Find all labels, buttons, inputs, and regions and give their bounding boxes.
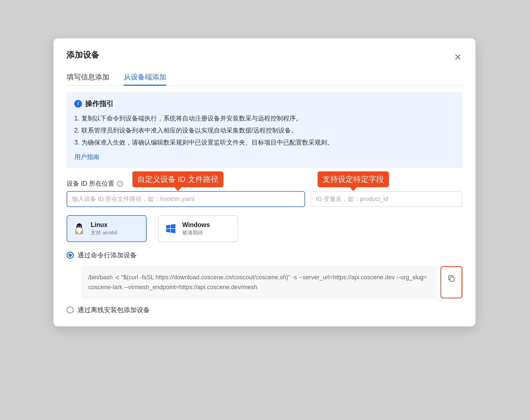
guide-step-2: 2. 联系管理员到设备列表中准入相应的设备以实现自动采集数据/远程控制设备。: [74, 124, 455, 136]
guide-box: i 操作指引 1. 复制以下命令到设备端执行，系统将自动注册设备并安装数采与远程…: [67, 92, 462, 168]
modal-header: 添加设备: [67, 49, 462, 61]
guide-steps: 1. 复制以下命令到设备端执行，系统将自动注册设备并安装数采与远程控制程序。 2…: [74, 112, 455, 148]
copy-button[interactable]: [444, 271, 459, 286]
windows-text: Windows 敬请期待: [182, 221, 210, 236]
radio-offline-label: 通过离线安装包添加设备: [78, 306, 150, 314]
command-block: /bin/bash -c "$(curl -fsSL https://downl…: [81, 266, 437, 298]
guide-title-row: i 操作指引: [74, 99, 455, 108]
radio-cmd-label: 通过命令行添加设备: [78, 251, 137, 260]
radio-row-offline[interactable]: 通过离线安装包添加设备: [67, 306, 462, 314]
device-id-path-input[interactable]: [67, 191, 305, 207]
os-row: Linux 支持 arm64 Windows 敬请期待: [67, 215, 462, 242]
svg-point-6: [80, 226, 80, 226]
close-button[interactable]: [454, 53, 462, 61]
tab-from-device[interactable]: 从设备端添加: [124, 69, 166, 85]
radio-cmd[interactable]: [67, 252, 74, 259]
svg-rect-8: [450, 277, 454, 281]
guide-step-1: 1. 复制以下命令到设备端执行，系统将自动注册设备并安装数采与远程控制程序。: [74, 112, 455, 124]
copy-icon: [448, 275, 455, 282]
linux-sub: 支持 arm64: [91, 229, 117, 236]
copy-highlight: [440, 266, 462, 298]
user-guide-link[interactable]: 用户指南: [74, 153, 99, 161]
input-row: 自定义设备 ID 文件路径 支持设定特定字段: [67, 191, 462, 207]
linux-text: Linux 支持 arm64: [91, 221, 117, 236]
windows-icon: [165, 223, 176, 234]
radio-row-cmd[interactable]: 通过命令行添加设备: [67, 251, 462, 260]
code-row: /bin/bash -c "$(curl -fsSL https://downl…: [81, 266, 462, 298]
linux-name: Linux: [91, 221, 117, 229]
device-id-label-row: 设备 ID 所在位置 ?: [67, 179, 462, 188]
tabs: 填写信息添加 从设备端添加: [67, 69, 462, 86]
os-card-linux[interactable]: Linux 支持 arm64: [67, 215, 147, 242]
guide-title: 操作指引: [85, 99, 114, 108]
help-icon[interactable]: ?: [117, 181, 123, 187]
close-icon: [455, 54, 461, 60]
radio-offline[interactable]: [67, 306, 74, 313]
device-id-var-input[interactable]: [310, 191, 462, 207]
svg-point-5: [78, 226, 78, 226]
tab-manual-entry[interactable]: 填写信息添加: [67, 69, 109, 85]
device-id-label: 设备 ID 所在位置: [67, 179, 114, 188]
add-device-modal: 添加设备 填写信息添加 从设备端添加 i 操作指引 1. 复制以下命令到设备端执…: [53, 38, 475, 326]
callout-path: 自定义设备 ID 文件路径: [132, 171, 223, 187]
linux-icon: [74, 223, 85, 234]
guide-step-3: 3. 为确保准入生效，请确认编辑数采规则中已设置监听文件夹、目标项目中已配置数采…: [74, 136, 455, 148]
windows-name: Windows: [182, 221, 210, 229]
modal-title: 添加设备: [67, 49, 99, 61]
os-card-windows[interactable]: Windows 敬请期待: [158, 215, 238, 242]
info-icon: i: [74, 100, 82, 108]
windows-sub: 敬请期待: [182, 229, 210, 236]
callout-var: 支持设定特定字段: [318, 171, 389, 187]
